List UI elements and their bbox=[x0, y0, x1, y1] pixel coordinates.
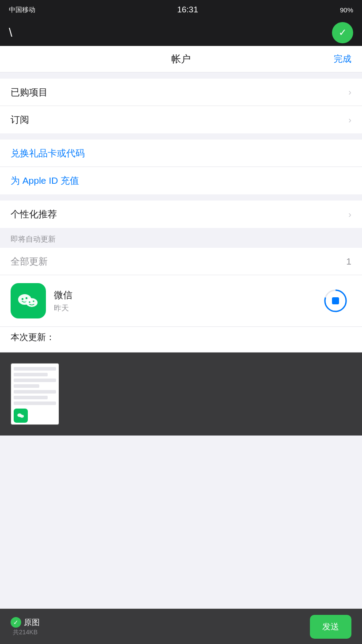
time-display: 16:31 bbox=[177, 5, 198, 15]
section-divider-1 bbox=[0, 72, 362, 79]
thumb-line-2 bbox=[14, 373, 48, 376]
redeem-item[interactable]: 兑换礼品卡或代码 bbox=[0, 140, 362, 167]
auto-update-header: 即将自动更新 bbox=[0, 228, 362, 248]
original-photo-option[interactable]: ✓ 原图 共214KB bbox=[11, 617, 40, 636]
wechat-app-icon bbox=[11, 283, 46, 318]
page-header: 帐户 完成 bbox=[0, 46, 362, 72]
checkmark-icon: ✓ bbox=[339, 27, 347, 38]
thumb-line-7 bbox=[14, 402, 56, 405]
all-updates-count: 1 bbox=[346, 256, 351, 267]
personalized-section: 个性化推荐 › bbox=[0, 201, 362, 228]
download-progress-button[interactable] bbox=[320, 285, 351, 317]
original-label: 原图 bbox=[24, 617, 40, 628]
carrier-signal: 中国移动 bbox=[9, 6, 35, 14]
personalized-label: 个性化推荐 bbox=[11, 208, 57, 220]
thumb-line-4 bbox=[14, 384, 39, 388]
personalized-item[interactable]: 个性化推荐 › bbox=[0, 201, 362, 228]
topup-label: 为 Apple ID 充值 bbox=[11, 174, 79, 187]
dark-preview-section bbox=[0, 352, 362, 436]
update-notes-label: 本次更新： bbox=[11, 332, 55, 342]
redeem-label: 兑换礼品卡或代码 bbox=[11, 147, 85, 159]
back-arrow-icon[interactable]: \ bbox=[9, 26, 12, 40]
purchased-item[interactable]: 已购项目 › bbox=[0, 79, 362, 106]
thumb-line-3 bbox=[14, 379, 56, 382]
all-updates-row[interactable]: 全部更新 1 bbox=[0, 248, 362, 275]
bottom-bar: ✓ 原图 共214KB 发送 bbox=[0, 609, 362, 644]
svg-point-4 bbox=[29, 301, 30, 303]
purchased-label: 已购项目 bbox=[11, 86, 48, 98]
wechat-update-item: 微信 昨天 bbox=[0, 275, 362, 327]
chevron-right-icon: › bbox=[348, 87, 351, 97]
svg-point-1 bbox=[22, 298, 23, 300]
top-action-bar: \ ✓ bbox=[0, 19, 362, 46]
update-notes-section: 本次更新： bbox=[0, 327, 362, 352]
section-divider-3 bbox=[0, 194, 362, 201]
app-date: 昨天 bbox=[54, 303, 312, 313]
svg-point-5 bbox=[33, 300, 34, 302]
svg-rect-8 bbox=[332, 297, 339, 304]
chevron-right-icon-2: › bbox=[348, 115, 351, 125]
send-button[interactable]: 发送 bbox=[310, 615, 351, 639]
done-button[interactable]: 完成 bbox=[334, 53, 351, 65]
preview-thumbnail[interactable] bbox=[11, 363, 59, 425]
topup-item[interactable]: 为 Apple ID 充值 bbox=[0, 167, 362, 194]
green-checkmark-button[interactable]: ✓ bbox=[332, 22, 353, 43]
subscriptions-label: 订阅 bbox=[11, 114, 29, 126]
main-menu-section: 已购项目 › 订阅 › bbox=[0, 79, 362, 133]
svg-point-3 bbox=[26, 298, 38, 307]
all-updates-label: 全部更新 bbox=[11, 255, 48, 268]
check-icon: ✓ bbox=[13, 619, 19, 626]
battery-indicator: 90% bbox=[340, 6, 353, 14]
green-check-small-icon: ✓ bbox=[11, 617, 21, 628]
progress-circle-svg bbox=[323, 288, 348, 313]
thumb-line-5 bbox=[14, 390, 56, 394]
svg-point-10 bbox=[20, 415, 24, 418]
wechat-svg-icon bbox=[15, 288, 41, 314]
action-section: 兑换礼品卡或代码 为 Apple ID 充值 bbox=[0, 140, 362, 194]
status-bar: 中国移动 16:31 90% bbox=[0, 0, 362, 19]
chevron-right-icon-3: › bbox=[348, 209, 351, 220]
thumb-wechat-icon bbox=[14, 409, 28, 423]
app-name: 微信 bbox=[54, 289, 312, 301]
svg-point-2 bbox=[26, 297, 27, 299]
app-info: 微信 昨天 bbox=[54, 289, 312, 313]
subscriptions-item[interactable]: 订阅 › bbox=[0, 106, 362, 133]
page-title: 帐户 bbox=[171, 53, 191, 66]
thumb-line-1 bbox=[14, 367, 56, 371]
auto-update-header-text: 即将自动更新 bbox=[11, 235, 56, 243]
thumb-line-6 bbox=[14, 396, 48, 399]
file-size-label: 共214KB bbox=[13, 629, 38, 636]
section-divider-2 bbox=[0, 133, 362, 140]
